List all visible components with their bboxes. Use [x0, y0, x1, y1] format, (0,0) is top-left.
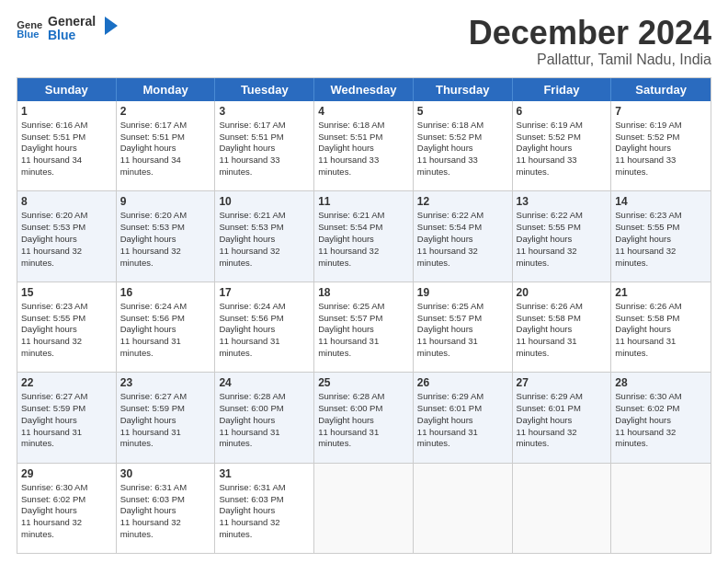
day-number: 14 [615, 194, 707, 209]
calendar-cell: 9Sunrise: 6:20 AMSunset: 5:53 PMDaylight… [117, 191, 216, 281]
logo-arrow-icon [101, 17, 118, 35]
day-number: 27 [517, 375, 608, 390]
sunrise: Sunrise: 6:31 AMSunset: 6:03 PMDaylight … [120, 482, 187, 539]
calendar-cell: 27Sunrise: 6:29 AMSunset: 6:01 PMDayligh… [513, 373, 612, 462]
sunrise: Sunrise: 6:28 AMSunset: 6:00 PMDaylight … [318, 391, 384, 448]
calendar-cell: 10Sunrise: 6:21 AMSunset: 5:53 PMDayligh… [215, 191, 314, 281]
logo-icon: General Blue [17, 17, 42, 40]
sunrise: Sunrise: 6:19 AMSunset: 5:52 PMDaylight … [517, 120, 583, 177]
day-number: 16 [120, 285, 211, 300]
calendar-cell [414, 464, 513, 553]
logo-blue: Blue [48, 29, 96, 42]
calendar-cell: 24Sunrise: 6:28 AMSunset: 6:00 PMDayligh… [215, 373, 314, 462]
calendar-header-cell: Saturday [611, 78, 711, 101]
day-number: 2 [120, 104, 211, 119]
sunrise: Sunrise: 6:27 AMSunset: 5:59 PMDaylight … [21, 391, 87, 448]
calendar-week: 29Sunrise: 6:30 AMSunset: 6:02 PMDayligh… [17, 464, 711, 553]
day-number: 4 [318, 104, 409, 119]
calendar-cell: 15Sunrise: 6:23 AMSunset: 5:55 PMDayligh… [17, 282, 117, 372]
calendar-header-cell: Wednesday [314, 78, 414, 101]
sunrise: Sunrise: 6:22 AMSunset: 5:54 PMDaylight … [417, 210, 483, 267]
calendar-cell: 22Sunrise: 6:27 AMSunset: 5:59 PMDayligh… [17, 373, 117, 462]
day-number: 21 [615, 285, 707, 300]
day-number: 6 [517, 104, 608, 119]
calendar-cell: 8Sunrise: 6:20 AMSunset: 5:53 PMDaylight… [17, 191, 117, 281]
day-number: 29 [21, 466, 112, 481]
calendar-cell: 26Sunrise: 6:29 AMSunset: 6:01 PMDayligh… [414, 373, 513, 462]
sunrise: Sunrise: 6:26 AMSunset: 5:58 PMDaylight … [517, 301, 583, 358]
title-block: December 2024 Pallattur, Tamil Nadu, Ind… [469, 15, 711, 68]
sunrise: Sunrise: 6:27 AMSunset: 5:59 PMDaylight … [120, 391, 187, 448]
sunrise: Sunrise: 6:17 AMSunset: 5:51 PMDaylight … [120, 120, 187, 177]
day-number: 7 [615, 104, 707, 119]
calendar-week: 8Sunrise: 6:20 AMSunset: 5:53 PMDaylight… [17, 191, 711, 282]
calendar-cell: 6Sunrise: 6:19 AMSunset: 5:52 PMDaylight… [513, 101, 612, 190]
sunrise: Sunrise: 6:28 AMSunset: 6:00 PMDaylight … [219, 391, 285, 448]
calendar-cell: 30Sunrise: 6:31 AMSunset: 6:03 PMDayligh… [117, 464, 216, 553]
page: General Blue General Blue December 2024 … [0, 0, 728, 563]
header: General Blue General Blue December 2024 … [17, 15, 711, 68]
calendar: SundayMondayTuesdayWednesdayThursdayFrid… [17, 77, 711, 554]
sunrise: Sunrise: 6:18 AMSunset: 5:51 PMDaylight … [318, 120, 384, 177]
calendar-cell: 18Sunrise: 6:25 AMSunset: 5:57 PMDayligh… [314, 282, 414, 372]
calendar-cell: 1Sunrise: 6:16 AMSunset: 5:51 PMDaylight… [17, 101, 117, 190]
calendar-header-row: SundayMondayTuesdayWednesdayThursdayFrid… [17, 78, 711, 101]
day-number: 12 [417, 194, 508, 209]
calendar-week: 15Sunrise: 6:23 AMSunset: 5:55 PMDayligh… [17, 282, 711, 373]
sunrise: Sunrise: 6:19 AMSunset: 5:52 PMDaylight … [615, 120, 681, 177]
day-number: 11 [318, 194, 409, 209]
day-number: 5 [417, 104, 508, 119]
logo-general: General [48, 15, 96, 29]
day-number: 30 [120, 466, 211, 481]
day-number: 13 [517, 194, 608, 209]
calendar-header-cell: Sunday [17, 78, 117, 101]
calendar-cell: 25Sunrise: 6:28 AMSunset: 6:00 PMDayligh… [314, 373, 414, 462]
logo: General Blue General Blue [17, 15, 118, 43]
calendar-cell: 23Sunrise: 6:27 AMSunset: 5:59 PMDayligh… [117, 373, 216, 462]
sunrise: Sunrise: 6:30 AMSunset: 6:02 PMDaylight … [615, 391, 681, 448]
day-number: 19 [417, 285, 508, 300]
calendar-cell: 3Sunrise: 6:17 AMSunset: 5:51 PMDaylight… [215, 101, 314, 190]
day-number: 1 [21, 104, 112, 119]
calendar-cell: 20Sunrise: 6:26 AMSunset: 5:58 PMDayligh… [513, 282, 612, 372]
sunrise: Sunrise: 6:21 AMSunset: 5:53 PMDaylight … [219, 210, 285, 267]
calendar-cell: 14Sunrise: 6:23 AMSunset: 5:55 PMDayligh… [611, 191, 711, 281]
sunrise: Sunrise: 6:23 AMSunset: 5:55 PMDaylight … [615, 210, 681, 267]
day-number: 22 [21, 375, 112, 390]
sunrise: Sunrise: 6:25 AMSunset: 5:57 PMDaylight … [417, 301, 483, 358]
calendar-header-cell: Thursday [414, 78, 513, 101]
calendar-cell: 7Sunrise: 6:19 AMSunset: 5:52 PMDaylight… [611, 101, 711, 190]
calendar-header-cell: Tuesday [215, 78, 314, 101]
month-title: December 2024 [469, 15, 711, 52]
calendar-cell: 12Sunrise: 6:22 AMSunset: 5:54 PMDayligh… [414, 191, 513, 281]
sunrise: Sunrise: 6:16 AMSunset: 5:51 PMDaylight … [21, 120, 87, 177]
sunrise: Sunrise: 6:29 AMSunset: 6:01 PMDaylight … [517, 391, 583, 448]
day-number: 28 [615, 375, 707, 390]
sunrise: Sunrise: 6:23 AMSunset: 5:55 PMDaylight … [21, 301, 87, 358]
calendar-week: 1Sunrise: 6:16 AMSunset: 5:51 PMDaylight… [17, 101, 711, 191]
calendar-week: 22Sunrise: 6:27 AMSunset: 5:59 PMDayligh… [17, 373, 711, 463]
calendar-cell: 13Sunrise: 6:22 AMSunset: 5:55 PMDayligh… [513, 191, 612, 281]
calendar-header-cell: Monday [117, 78, 216, 101]
calendar-cell: 29Sunrise: 6:30 AMSunset: 6:02 PMDayligh… [17, 464, 117, 553]
day-number: 18 [318, 285, 409, 300]
day-number: 3 [219, 104, 310, 119]
sunrise: Sunrise: 6:31 AMSunset: 6:03 PMDaylight … [219, 482, 285, 539]
sunrise: Sunrise: 6:21 AMSunset: 5:54 PMDaylight … [318, 210, 384, 267]
sunrise: Sunrise: 6:29 AMSunset: 6:01 PMDaylight … [417, 391, 483, 448]
location-title: Pallattur, Tamil Nadu, India [469, 52, 711, 68]
day-number: 9 [120, 194, 211, 209]
calendar-cell: 21Sunrise: 6:26 AMSunset: 5:58 PMDayligh… [611, 282, 711, 372]
sunrise: Sunrise: 6:24 AMSunset: 5:56 PMDaylight … [120, 301, 187, 358]
calendar-body: 1Sunrise: 6:16 AMSunset: 5:51 PMDaylight… [17, 101, 711, 553]
day-number: 26 [417, 375, 508, 390]
day-number: 10 [219, 194, 310, 209]
calendar-cell: 16Sunrise: 6:24 AMSunset: 5:56 PMDayligh… [117, 282, 216, 372]
calendar-cell: 4Sunrise: 6:18 AMSunset: 5:51 PMDaylight… [314, 101, 414, 190]
svg-text:Blue: Blue [17, 29, 39, 40]
sunrise: Sunrise: 6:30 AMSunset: 6:02 PMDaylight … [21, 482, 87, 539]
svg-marker-3 [105, 17, 118, 35]
calendar-cell: 31Sunrise: 6:31 AMSunset: 6:03 PMDayligh… [215, 464, 314, 553]
calendar-cell: 17Sunrise: 6:24 AMSunset: 5:56 PMDayligh… [215, 282, 314, 372]
calendar-cell [611, 464, 711, 553]
